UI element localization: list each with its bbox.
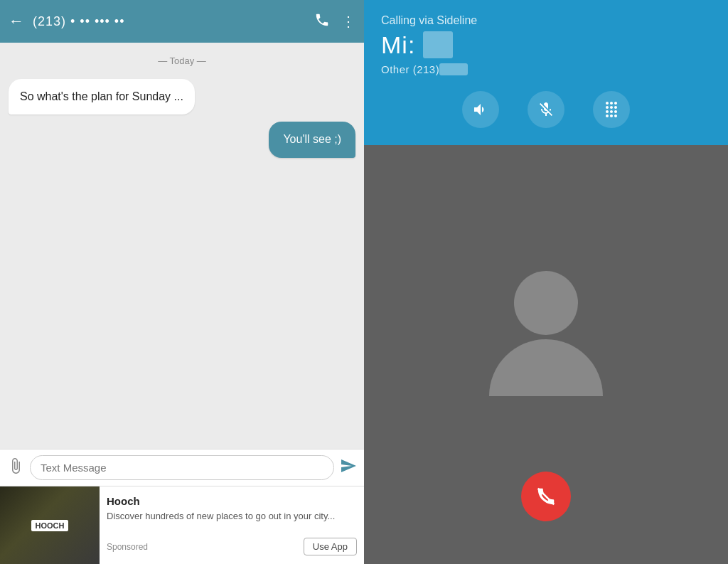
ad-content: Hooch Discover hundreds of new places to… bbox=[100, 486, 364, 564]
attach-button[interactable] bbox=[7, 457, 24, 479]
sms-input-row bbox=[0, 449, 364, 486]
ad-use-app-button[interactable]: Use App bbox=[304, 538, 357, 555]
message-text: So what's the plan for Sunday ... bbox=[20, 90, 183, 102]
caller-name: Mi: •• bbox=[381, 31, 711, 59]
keypad-button[interactable] bbox=[593, 91, 630, 128]
received-message: So what's the plan for Sunday ... bbox=[9, 79, 195, 115]
call-button[interactable] bbox=[314, 12, 330, 31]
ad-title: Hooch bbox=[107, 495, 357, 507]
header-icons: ⋮ bbox=[314, 12, 355, 31]
send-button[interactable] bbox=[340, 457, 357, 479]
ad-sponsored-label: Sponsored bbox=[107, 542, 148, 552]
date-divider: — Today — bbox=[9, 55, 355, 66]
speaker-button[interactable] bbox=[462, 91, 499, 128]
sms-panel: ← (213) • •• ••• •• ⋮ — Today — So what'… bbox=[0, 0, 364, 564]
avatar-body bbox=[489, 339, 603, 396]
ad-banner: HOOCH Hooch Discover hundreds of new pla… bbox=[0, 486, 364, 564]
contact-avatar bbox=[489, 271, 603, 396]
back-button[interactable]: ← bbox=[9, 12, 24, 31]
ad-image: HOOCH bbox=[0, 486, 100, 564]
call-controls bbox=[381, 91, 711, 128]
sent-message: You'll see ;) bbox=[269, 122, 355, 157]
ad-footer: Sponsored Use App bbox=[107, 538, 357, 555]
sms-header: ← (213) • •• ••• •• ⋮ bbox=[0, 0, 364, 43]
end-call-button[interactable] bbox=[521, 472, 571, 521]
calling-via-label: Calling via Sideline bbox=[381, 14, 711, 27]
message-text: You'll see ;) bbox=[283, 133, 341, 145]
text-message-input[interactable] bbox=[30, 455, 334, 480]
sms-conversation: — Today — So what's the plan for Sunday … bbox=[0, 43, 364, 449]
ad-image-label: HOOCH bbox=[31, 520, 69, 531]
ad-description: Discover hundreds of new places to go ou… bbox=[107, 510, 357, 538]
more-options-button[interactable]: ⋮ bbox=[341, 13, 355, 30]
ad-image-placeholder: HOOCH bbox=[0, 486, 100, 564]
contact-number: (213) • •• ••• •• bbox=[33, 14, 306, 29]
call-body bbox=[364, 145, 728, 564]
avatar-head bbox=[514, 271, 578, 335]
call-header: Calling via Sideline Mi: •• Other (213) bbox=[364, 0, 728, 145]
mute-button[interactable] bbox=[528, 91, 564, 128]
caller-number: Other (213) bbox=[381, 63, 711, 75]
call-panel: Calling via Sideline Mi: •• Other (213) bbox=[364, 0, 728, 564]
